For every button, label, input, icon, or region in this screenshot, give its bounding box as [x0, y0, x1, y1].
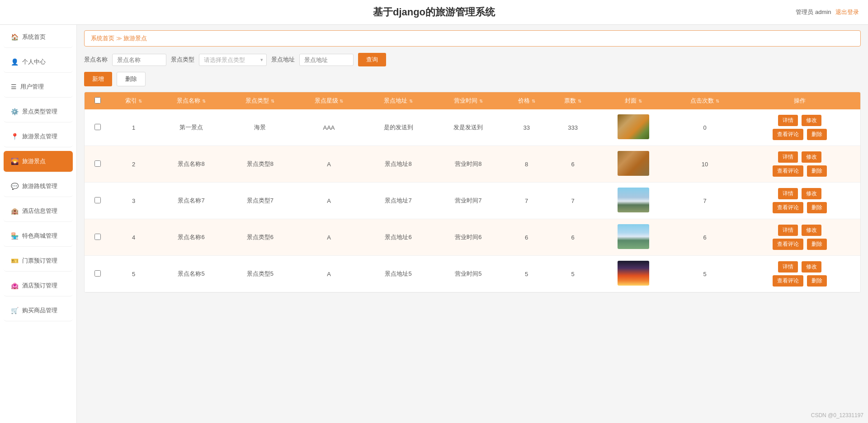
row-type: 景点类型8	[226, 146, 294, 183]
sidebar-item-spot-mgmt[interactable]: 📍旅游景点管理	[4, 126, 73, 147]
row-delete-button[interactable]: 删除	[807, 275, 827, 287]
col-tickets[interactable]: 票数 ⇅	[550, 92, 596, 109]
col-cover[interactable]: 封面 ⇅	[596, 92, 670, 109]
edit-button[interactable]: 修改	[802, 115, 821, 126]
review-button[interactable]: 查看评论	[773, 202, 803, 213]
add-button[interactable]: 新增	[84, 72, 112, 86]
edit-button[interactable]: 修改	[802, 188, 821, 199]
detail-button[interactable]: 详情	[778, 151, 798, 163]
row-select-checkbox[interactable]	[94, 197, 101, 203]
col-name[interactable]: 景点名称 ⇅	[157, 92, 226, 109]
row-checkbox[interactable]	[85, 146, 110, 183]
row-address: 景点地址6	[363, 219, 434, 256]
row-tickets: 333	[550, 109, 596, 146]
sidebar-label-special-shop-mgmt: 特色商城管理	[22, 232, 57, 240]
row-name: 景点名称8	[157, 146, 226, 183]
detail-button[interactable]: 详情	[778, 261, 798, 273]
sidebar-item-goods-mgmt[interactable]: 🛒购买商品管理	[4, 300, 73, 321]
row-type: 景点类型7	[226, 183, 294, 219]
sidebar-item-user-mgmt[interactable]: ☰用户管理	[4, 76, 73, 98]
row-price: 33	[503, 109, 550, 146]
sidebar-item-route-mgmt[interactable]: 💬旅游路线管理	[4, 176, 73, 197]
row-clicks: 10	[670, 146, 739, 183]
batch-delete-button[interactable]: 删除	[117, 72, 146, 86]
sidebar-item-spot-type-mgmt[interactable]: ⚙️景点类型管理	[4, 101, 73, 122]
row-address: 是的发送到	[363, 109, 434, 146]
row-checkbox[interactable]	[85, 109, 110, 146]
detail-button[interactable]: 详情	[778, 225, 798, 236]
row-checkbox[interactable]	[85, 183, 110, 219]
logout-link[interactable]: 退出登录	[835, 9, 859, 15]
col-type[interactable]: 景点类型 ⇅	[226, 92, 294, 109]
sidebar-item-ticket-booking-mgmt[interactable]: 🎫门票预订管理	[4, 250, 73, 272]
user-label: 管理员 admin	[796, 9, 831, 15]
detail-button[interactable]: 详情	[778, 115, 798, 126]
col-star[interactable]: 景点星级 ⇅	[294, 92, 363, 109]
row-price: 8	[503, 146, 550, 183]
row-delete-button[interactable]: 删除	[807, 239, 827, 250]
sidebar-icon-user-mgmt: ☰	[11, 83, 17, 90]
query-button[interactable]: 查询	[358, 53, 386, 66]
row-select-checkbox[interactable]	[94, 234, 101, 240]
row-checkbox[interactable]	[85, 256, 110, 292]
sidebar-label-hotel-info-mgmt: 酒店信息管理	[22, 207, 57, 215]
sidebar-item-home[interactable]: 🏠系统首页	[4, 27, 73, 48]
row-delete-button[interactable]: 删除	[807, 165, 827, 177]
sidebar-label-goods-mgmt: 购买商品管理	[22, 306, 57, 315]
sidebar-item-hotel-info-mgmt[interactable]: 🏨酒店信息管理	[4, 201, 73, 222]
col-index[interactable]: 索引 ⇅	[110, 92, 157, 109]
row-price: 6	[503, 219, 550, 256]
header: 基于django的旅游管理系统 管理员 admin 退出登录	[0, 0, 868, 25]
row-tickets: 5	[550, 256, 596, 292]
review-button[interactable]: 查看评论	[773, 275, 803, 287]
sidebar-item-current[interactable]: 🌄旅游景点	[4, 151, 73, 172]
sidebar-icon-spot-type-mgmt: ⚙️	[11, 108, 19, 115]
row-address: 景点地址5	[363, 256, 434, 292]
row-select-checkbox[interactable]	[94, 160, 101, 167]
sidebar-label-spot-type-mgmt: 景点类型管理	[22, 108, 57, 116]
sidebar-label-hotel-booking-mgmt: 酒店预订管理	[22, 282, 57, 290]
review-button[interactable]: 查看评论	[773, 129, 803, 140]
select-all-checkbox[interactable]	[94, 97, 101, 103]
row-type: 海景	[226, 109, 294, 146]
row-type: 景点类型6	[226, 219, 294, 256]
row-index: 3	[110, 183, 157, 219]
row-name: 景点名称7	[157, 183, 226, 219]
table-header-row: 索引 ⇅ 景点名称 ⇅ 景点类型 ⇅ 景点星级 ⇅ 景点地址 ⇅ 营业时间 ⇅ …	[85, 92, 860, 109]
row-delete-button[interactable]: 删除	[807, 129, 827, 140]
sidebar-item-hotel-booking-mgmt[interactable]: 🏩酒店预订管理	[4, 275, 73, 296]
edit-button[interactable]: 修改	[802, 261, 821, 273]
spot-name-input[interactable]	[112, 54, 166, 66]
col-address[interactable]: 景点地址 ⇅	[363, 92, 434, 109]
sidebar-label-user-mgmt: 用户管理	[20, 83, 44, 91]
sidebar-label-route-mgmt: 旅游路线管理	[22, 182, 57, 190]
row-select-checkbox[interactable]	[94, 270, 101, 277]
row-delete-button[interactable]: 删除	[807, 202, 827, 213]
row-star: A	[294, 146, 363, 183]
edit-button[interactable]: 修改	[802, 151, 821, 163]
sidebar-item-special-shop-mgmt[interactable]: 🏪特色商城管理	[4, 226, 73, 247]
breadcrumb-home[interactable]: 系统首页	[91, 35, 114, 42]
row-checkbox[interactable]	[85, 219, 110, 256]
edit-button[interactable]: 修改	[802, 225, 821, 236]
sidebar-label-home: 系统首页	[22, 33, 46, 41]
row-actions: 详情 修改 查看评论 删除	[739, 109, 860, 146]
row-clicks: 5	[670, 256, 739, 292]
review-button[interactable]: 查看评论	[773, 165, 803, 177]
row-star: A	[294, 256, 363, 292]
row-price: 5	[503, 256, 550, 292]
detail-button[interactable]: 详情	[778, 188, 798, 199]
spot-address-input[interactable]	[299, 54, 354, 66]
col-price[interactable]: 价格 ⇅	[503, 92, 550, 109]
col-checkbox	[85, 92, 110, 109]
sidebar-icon-ticket-booking-mgmt: 🎫	[11, 257, 19, 264]
review-button[interactable]: 查看评论	[773, 239, 803, 250]
col-business-time[interactable]: 营业时间 ⇅	[434, 92, 504, 109]
col-clicks[interactable]: 点击次数 ⇅	[670, 92, 739, 109]
sidebar: 🏠系统首页👤个人中心☰用户管理⚙️景点类型管理📍旅游景点管理🌄旅游景点💬旅游路线…	[0, 25, 77, 423]
row-select-checkbox[interactable]	[94, 124, 101, 130]
row-address: 景点地址7	[363, 183, 434, 219]
sidebar-item-profile[interactable]: 👤个人中心	[4, 52, 73, 73]
row-clicks: 0	[670, 109, 739, 146]
spot-type-select[interactable]: 请选择景点类型	[199, 54, 267, 66]
